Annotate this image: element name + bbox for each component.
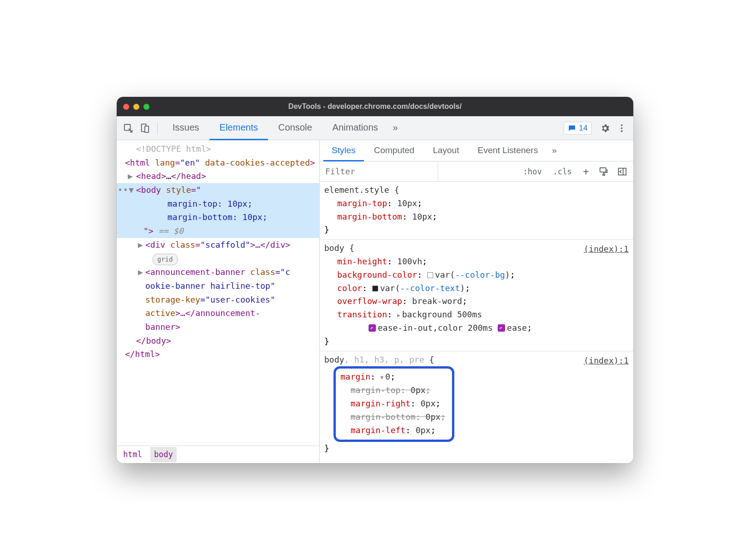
dom-banner-l4[interactable]: active>…</announcement-	[117, 306, 319, 320]
dom-banner-l3[interactable]: storage-key="user-cookies"	[117, 293, 319, 307]
svg-rect-2	[145, 126, 149, 132]
crumb-body[interactable]: body	[150, 447, 177, 462]
side-tabs-overflow-icon[interactable]: »	[548, 141, 560, 161]
svg-point-4	[621, 127, 623, 129]
color-swatch-icon[interactable]	[372, 286, 378, 292]
titlebar: DevTools - developer.chrome.com/docs/dev…	[117, 97, 633, 116]
main-toolbar: Issues Elements Console Animations » 14	[117, 116, 633, 140]
tab-computed[interactable]: Computed	[366, 141, 423, 161]
messages-badge[interactable]: 14	[564, 122, 592, 135]
elements-panel: <!DOCTYPE html> <html lang="en" data-coo…	[117, 140, 320, 463]
dom-html-close[interactable]: </html>	[117, 347, 319, 361]
rule-element-style[interactable]: element.style { margin-top: 10px; margin…	[320, 182, 633, 240]
color-swatch-icon[interactable]	[427, 272, 433, 278]
dom-tree[interactable]: <!DOCTYPE html> <html lang="en" data-coo…	[117, 140, 319, 446]
bezier-icon[interactable]	[369, 324, 376, 332]
crumb-html[interactable]: html	[123, 448, 142, 461]
rule-source-link[interactable]: (index):1	[583, 243, 629, 256]
inspect-element-icon[interactable]	[120, 120, 136, 136]
grid-badge[interactable]: grid	[117, 252, 319, 266]
devtools-window: DevTools - developer.chrome.com/docs/dev…	[117, 97, 633, 463]
dom-body-style-2[interactable]: margin-bottom: 10px;	[117, 210, 319, 224]
minimize-window-icon[interactable]	[133, 104, 139, 110]
tab-styles[interactable]: Styles	[323, 141, 364, 161]
rule-body[interactable]: (index):1 body { min-height: 100vh; back…	[320, 240, 633, 351]
split-view: <!DOCTYPE html> <html lang="en" data-coo…	[117, 140, 633, 463]
dom-div-scaffold[interactable]: ▶<div class="scaffold">…</div>	[117, 238, 319, 252]
main-tabs: Issues Elements Console Animations »	[162, 116, 403, 140]
svg-rect-7	[603, 174, 605, 175]
svg-point-3	[621, 124, 623, 126]
side-tabs: Styles Computed Layout Event Listeners »	[320, 140, 633, 161]
styles-filter-input[interactable]	[320, 161, 438, 181]
tab-elements[interactable]: Elements	[209, 116, 268, 140]
zoom-window-icon[interactable]	[143, 104, 149, 110]
tab-console[interactable]: Console	[268, 116, 322, 140]
settings-icon[interactable]	[597, 120, 613, 136]
traffic-lights	[123, 104, 149, 110]
breadcrumb: html body	[117, 446, 319, 463]
styles-rules: element.style { margin-top: 10px; margin…	[320, 182, 633, 463]
svg-point-5	[621, 130, 623, 132]
dom-banner-l2[interactable]: ookie-banner hairline-top"	[117, 279, 319, 293]
toggle-sidebar-icon[interactable]	[616, 165, 629, 178]
tab-event-listeners[interactable]: Event Listeners	[469, 141, 546, 161]
more-options-icon[interactable]	[614, 120, 630, 136]
dom-html-open[interactable]: <html lang="en" data-cookies-accepted>	[117, 156, 319, 170]
filter-row: :hov .cls +	[320, 161, 633, 182]
bezier-icon[interactable]	[498, 324, 505, 332]
paint-icon[interactable]	[597, 165, 610, 178]
styles-panel: Styles Computed Layout Event Listeners »…	[320, 140, 633, 463]
rule-body-reset[interactable]: (index):1 body, h1, h3, p, pre { margin:…	[320, 351, 633, 459]
hov-button[interactable]: :hov	[520, 167, 545, 176]
dom-doctype[interactable]: <!DOCTYPE html>	[117, 142, 319, 156]
tab-issues[interactable]: Issues	[162, 116, 209, 140]
dom-body-close[interactable]: </body>	[117, 334, 319, 348]
new-rule-button[interactable]: +	[580, 166, 592, 177]
tabs-overflow-icon[interactable]: »	[388, 116, 403, 140]
window-title: DevTools - developer.chrome.com/docs/dev…	[117, 102, 633, 111]
dom-banner-l5[interactable]: banner>	[117, 320, 319, 334]
cls-button[interactable]: .cls	[550, 167, 575, 176]
close-window-icon[interactable]	[123, 104, 129, 110]
device-toggle-icon[interactable]	[137, 120, 153, 136]
highlighted-longhands: margin: 0; margin-top: 0px; margin-right…	[333, 366, 454, 442]
dom-head[interactable]: ▶<head>…</head>	[117, 169, 319, 183]
dom-body-selected[interactable]: •••▼<body style="	[117, 183, 319, 197]
svg-rect-6	[600, 167, 606, 172]
tab-layout[interactable]: Layout	[424, 141, 467, 161]
messages-count: 14	[579, 124, 588, 133]
separator	[157, 122, 158, 134]
dom-banner-l1[interactable]: ▶<announcement-banner class="c	[117, 265, 319, 279]
dom-body-style-1[interactable]: margin-top: 10px;	[117, 197, 319, 211]
dom-body-close-tag[interactable]: "> == $0	[117, 224, 319, 238]
tab-animations[interactable]: Animations	[322, 116, 388, 140]
rule-source-link[interactable]: (index):1	[583, 354, 629, 368]
